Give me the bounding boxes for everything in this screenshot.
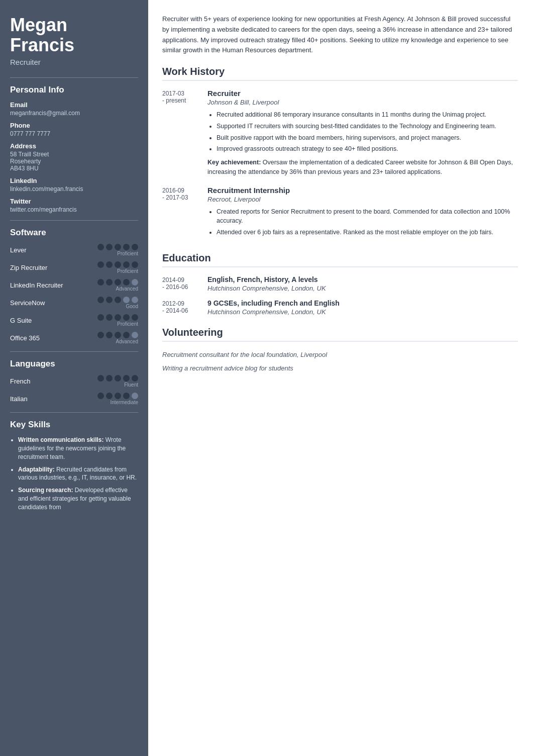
filled-dot xyxy=(123,332,130,338)
linkedin-label: LinkedIn xyxy=(10,177,138,184)
filled-dot xyxy=(123,279,130,286)
skill-level: Proficient xyxy=(117,268,138,274)
filled-dot xyxy=(106,393,113,399)
job-title: Recruiter xyxy=(207,89,518,98)
edu-content: English, French, History, A levelsHutchi… xyxy=(207,275,518,292)
filled-dot xyxy=(115,393,121,399)
twitter-item: Twitter twitter.com/meganfrancis xyxy=(10,198,138,213)
degree-title: English, French, History, A levels xyxy=(207,275,518,284)
skill-row: G SuiteProficient xyxy=(10,314,138,327)
work-entry: 2017-03 - presentRecruiterJohnson & Bill… xyxy=(162,89,518,177)
bullet-item: Attended over 6 job fairs as a represent… xyxy=(217,228,518,237)
skill-dots: Intermediate xyxy=(97,393,138,405)
skill-dots: Advanced xyxy=(97,332,138,344)
bullet-item: Supported IT recruiters with sourcing be… xyxy=(217,122,518,131)
linkedin-value: linkedin.com/megan.francis xyxy=(10,185,138,193)
skill-row: LinkedIn RecruiterAdvanced xyxy=(10,279,138,292)
empty-dot xyxy=(132,332,138,338)
filled-dot xyxy=(115,279,121,286)
skill-name: ServiceNow xyxy=(10,299,97,307)
skill-name: Office 365 xyxy=(10,334,97,342)
filled-dot xyxy=(106,375,113,382)
skill-dots: Proficient xyxy=(97,244,138,256)
main-content: Recruiter with 5+ years of experience lo… xyxy=(148,0,534,756)
email-value: meganfrancis@gmail.com xyxy=(10,110,138,117)
skill-level: Advanced xyxy=(116,339,138,344)
filled-dot xyxy=(115,375,121,382)
filled-dot xyxy=(132,375,138,382)
sidebar: Megan Francis Recruiter Personal Info Em… xyxy=(0,0,148,756)
school-name: Hutchinson Comprehensive, London, UK xyxy=(207,285,518,292)
work-bullets: Created reports for Senior Recruitment t… xyxy=(207,207,518,237)
filled-dot xyxy=(132,244,138,250)
skill-row: ServiceNowGood xyxy=(10,297,138,309)
key-skills-title: Key Skills xyxy=(10,420,138,430)
bullet-item: Built positive rapport with the board me… xyxy=(217,133,518,143)
filled-dot xyxy=(123,261,130,268)
filled-dot xyxy=(97,375,104,382)
skill-name: LinkedIn Recruiter xyxy=(10,281,97,289)
school-name: Hutchinson Comprehensive, London, UK xyxy=(207,308,518,316)
education-title: Education xyxy=(162,252,518,267)
languages-title: Languages xyxy=(10,359,138,369)
bullet-item: Improved grassroots outreach strategy to… xyxy=(217,144,518,154)
skill-dots: Advanced xyxy=(97,279,138,292)
filled-dot xyxy=(106,244,113,250)
empty-dot xyxy=(132,279,138,286)
work-entry: 2016-09 - 2017-03Recruitment InternshipR… xyxy=(162,186,518,241)
skill-level: Proficient xyxy=(117,251,138,256)
filled-dot xyxy=(97,314,104,321)
skill-item: Sourcing research: Developed effective a… xyxy=(18,486,138,511)
company-name: Johnson & Bill, Liverpool xyxy=(207,99,518,106)
filled-dot xyxy=(123,393,130,399)
filled-dot xyxy=(115,332,121,338)
empty-dot xyxy=(132,393,138,399)
filled-dot xyxy=(97,279,104,286)
skill-item: Written communication skills: Wrote guid… xyxy=(18,436,138,461)
work-entries: 2017-03 - presentRecruiterJohnson & Bill… xyxy=(162,89,518,241)
skill-row: ItalianIntermediate xyxy=(10,393,138,405)
language-skills: FrenchFluentItalianIntermediate xyxy=(10,375,138,405)
skill-name: Italian xyxy=(10,395,97,403)
skill-name: Zip Recruiter xyxy=(10,264,97,271)
filled-dot xyxy=(132,314,138,321)
filled-dot xyxy=(123,244,130,250)
skill-name: Lever xyxy=(10,246,97,254)
filled-dot xyxy=(106,279,113,286)
filled-dot xyxy=(132,261,138,268)
skill-item: Adaptability: Recruited candidates from … xyxy=(18,465,138,483)
degree-title: 9 GCSEs, including French and English xyxy=(207,299,518,307)
education-entry: 2014-09 - 2016-06English, French, Histor… xyxy=(162,275,518,292)
education-entry: 2012-09 - 2014-069 GCSEs, including Fren… xyxy=(162,299,518,316)
empty-dot xyxy=(123,297,130,303)
address-line2: Rosehearty xyxy=(10,158,138,165)
filled-dot xyxy=(97,261,104,268)
key-achievement: Key achievement: Oversaw the implementat… xyxy=(207,158,518,177)
filled-dot xyxy=(115,261,121,268)
skill-dots: Proficient xyxy=(97,261,138,274)
work-history-title: Work History xyxy=(162,66,518,81)
filled-dot xyxy=(97,244,104,250)
filled-dot xyxy=(115,297,121,303)
edu-dates: 2012-09 - 2014-06 xyxy=(162,299,207,316)
skill-dots: Proficient xyxy=(97,314,138,327)
skill-row: FrenchFluent xyxy=(10,375,138,388)
software-title: Software xyxy=(10,228,138,238)
education-entries: 2014-09 - 2016-06English, French, Histor… xyxy=(162,275,518,316)
work-dates: 2016-09 - 2017-03 xyxy=(162,186,207,241)
key-skills-list: Written communication skills: Wrote guid… xyxy=(10,436,138,511)
filled-dot xyxy=(123,375,130,382)
filled-dot xyxy=(106,314,113,321)
volunteer-entry: Writing a recruitment advice blog for st… xyxy=(162,363,518,373)
work-dates: 2017-03 - present xyxy=(162,89,207,177)
work-content: Recruitment InternshipRecroot, Liverpool… xyxy=(207,186,518,241)
skill-level: Proficient xyxy=(117,321,138,327)
volunteer-entry: Recruitment consultant for the local fou… xyxy=(162,350,518,360)
skill-level: Fluent xyxy=(124,382,138,388)
edu-dates: 2014-09 - 2016-06 xyxy=(162,275,207,292)
filled-dot xyxy=(123,314,130,321)
volunteering-entries: Recruitment consultant for the local fou… xyxy=(162,350,518,373)
phone-value: 0777 777 7777 xyxy=(10,130,138,137)
filled-dot xyxy=(106,332,113,338)
filled-dot xyxy=(97,393,104,399)
